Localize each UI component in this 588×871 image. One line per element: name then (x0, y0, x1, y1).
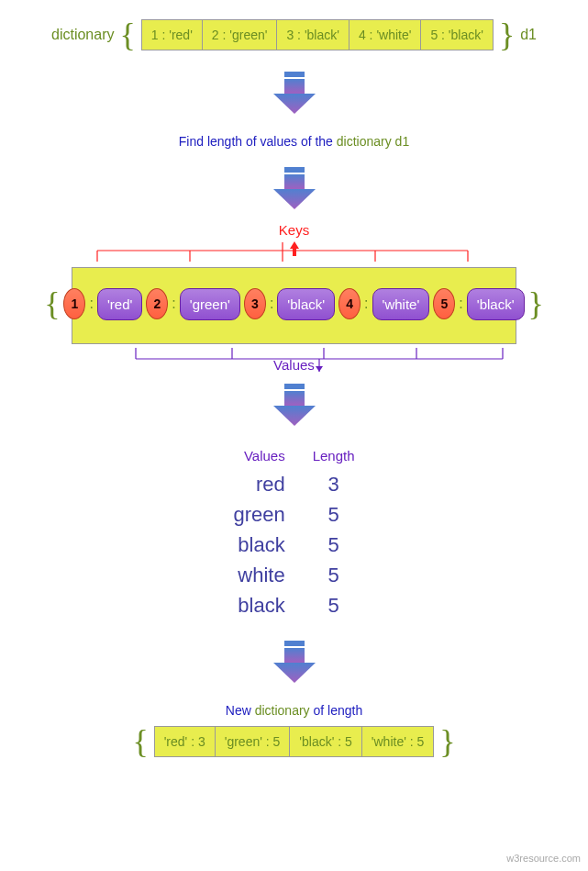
input-dictionary-row: dictionary { 1 : 'red' 2 : 'green' 3 : '… (51, 18, 537, 51)
svg-rect-0 (284, 72, 305, 77)
value-cell: black (238, 530, 284, 560)
dictionary-label: dictionary (51, 27, 114, 43)
value-cell: black (238, 590, 284, 620)
d1-label: d1 (520, 27, 537, 43)
brace-open-icon: { (120, 18, 136, 51)
length-cell: 5 (328, 499, 339, 530)
result-cell: 'white' : 5 (362, 727, 433, 756)
dict1-cell: 1 : 'red' (142, 20, 203, 50)
brace-close-icon: } (439, 725, 455, 758)
values-length-table: Values red green black white black Lengt… (233, 448, 354, 620)
arrow-down-icon (272, 72, 317, 116)
brace-close-icon: } (499, 18, 515, 51)
keys-label: Keys (279, 222, 309, 238)
dict1-cell: 3 : 'black' (277, 20, 349, 50)
svg-rect-5 (284, 391, 305, 406)
result-cell: 'red' : 3 (155, 727, 216, 756)
brace-open-icon: { (44, 287, 60, 320)
key-oval: 3 (244, 288, 266, 319)
brace-close-icon: } (528, 287, 544, 320)
key-oval: 5 (433, 288, 455, 319)
instruction-d1: d1 (395, 134, 410, 149)
arrow-down-icon (272, 641, 317, 685)
dict1-cells: 5 : 'black' (421, 20, 492, 50)
values-connector-lines (44, 344, 521, 375)
svg-rect-3 (284, 174, 305, 189)
key-oval: 1 (63, 288, 85, 319)
keys-connector-lines (44, 240, 521, 267)
svg-rect-7 (284, 648, 305, 663)
key-oval: 2 (146, 288, 168, 319)
length-cell: 3 (328, 469, 339, 499)
length-header: Length (313, 448, 355, 463)
svg-rect-1 (284, 79, 305, 94)
dict1-cell: 2 : 'green' (203, 20, 278, 50)
svg-rect-6 (284, 641, 305, 646)
svg-rect-2 (284, 167, 305, 173)
result-dictionary-row: { 'red' : 3 'green' : 5 'black' : 5 'whi… (132, 725, 455, 758)
arrow-down-icon (272, 167, 317, 211)
brace-open-icon: { (132, 725, 148, 758)
result-cell: 'black' : 5 (290, 727, 361, 756)
instruction-dict: dictionary (337, 134, 395, 149)
result-cells: 'red' : 3 'green' : 5 'black' : 5 'white… (154, 726, 435, 757)
value-box: 'black' (467, 288, 525, 320)
instruction-prefix: Find length of values of the (179, 134, 337, 149)
value-box: 'red' (97, 288, 142, 320)
length-cell: 5 (328, 560, 339, 590)
value-cell: red (256, 469, 285, 499)
value-box: 'black' (277, 288, 335, 320)
new-dict-label: New dictionary of length (226, 703, 362, 718)
result-cell: 'green' : 5 (216, 727, 291, 756)
arrow-down-icon (272, 384, 317, 428)
instruction-text: Find length of values of the dictionary … (179, 134, 409, 149)
value-box: 'green' (180, 288, 240, 320)
svg-rect-4 (284, 384, 305, 389)
dict1-cells: 1 : 'red' 2 : 'green' 3 : 'black' 4 : 'w… (141, 19, 494, 50)
new-dict-prefix: New (226, 703, 255, 718)
values-header: Values (244, 448, 285, 463)
dict1-cell: 4 : 'white' (349, 20, 421, 50)
new-dict-suffix: of length (310, 703, 363, 718)
value-box: 'white' (372, 288, 430, 320)
watermark: w3resource.com (506, 853, 581, 864)
value-cell: green (233, 499, 284, 530)
new-dict-mid: dictionary (255, 703, 310, 718)
value-cell: white (238, 560, 284, 590)
key-value-diagram: { 1: 'red' 2: 'green' 3: 'black' 4: 'whi… (44, 263, 544, 348)
key-oval: 4 (338, 288, 361, 319)
length-cell: 5 (328, 530, 339, 560)
length-cell: 5 (328, 590, 339, 620)
